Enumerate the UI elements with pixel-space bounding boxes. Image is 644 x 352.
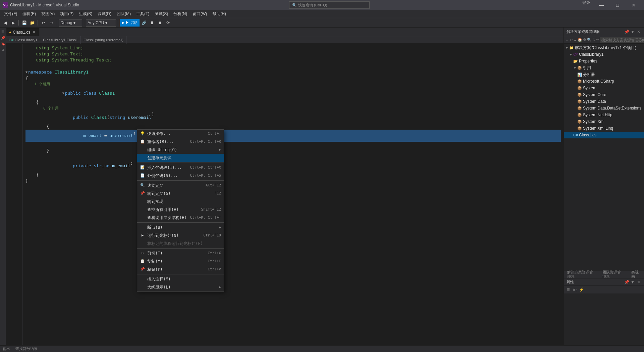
- se-item-analyzer[interactable]: 📊 分析器: [564, 71, 644, 78]
- sidebar-icon-4[interactable]: ⚙: [0, 47, 6, 52]
- ctx-copy[interactable]: 📋 复制(Y) Ctrl+C: [137, 257, 224, 265]
- toolbar-saveall-btn[interactable]: 📁: [29, 19, 36, 27]
- collapse-namespace-icon[interactable]: ▼: [25, 69, 28, 75]
- menu-tools[interactable]: 工具(T): [133, 10, 152, 18]
- menu-file[interactable]: 文件(F): [1, 10, 20, 18]
- toolbar-extra1[interactable]: ⏸: [148, 19, 156, 27]
- ctx-organize-using[interactable]: 组织 Using(O) ▶: [137, 146, 224, 154]
- ctx-create-unit-test[interactable]: 创建单元测试: [137, 154, 224, 162]
- find-results-tab[interactable]: 查找符号结果: [15, 346, 38, 351]
- ctx-goto-impl[interactable]: 转到实现: [137, 197, 224, 206]
- ctx-outlining[interactable]: 大纲显示(L) ▶: [137, 283, 224, 291]
- se-item-solution[interactable]: ▼ 📁 解决方案 'ClassLibrary1'(1 个项目): [564, 44, 644, 51]
- se-search-input[interactable]: [600, 37, 644, 43]
- ctx-breakpoint[interactable]: 断点(B) ▶: [137, 223, 224, 231]
- toolbar-save-btn[interactable]: 💾: [20, 19, 28, 27]
- ctx-find-refs[interactable]: 查找所有引用(A) Shift+F12: [137, 206, 224, 214]
- se-refresh-btn[interactable]: ↩: [570, 37, 573, 43]
- ctx-insert-comment[interactable]: 插入注释(M): [137, 275, 224, 283]
- tab-close-btn[interactable]: ✕: [32, 30, 36, 35]
- ctx-paste[interactable]: 📌 粘贴(P) Ctrl+V: [137, 265, 224, 273]
- sidebar-icon-1[interactable]: ☰: [0, 29, 6, 34]
- menu-test[interactable]: 测试(S): [152, 10, 171, 18]
- panel-pin-btn[interactable]: 📌: [624, 29, 629, 35]
- se-item-system-core[interactable]: 📦 System.Core: [564, 91, 644, 98]
- se-item-system-xml-linq[interactable]: 📦 System.Xml.Linq: [564, 125, 644, 132]
- menu-debug[interactable]: 调试(D): [95, 10, 114, 18]
- se-item-system-dataset[interactable]: 📦 System.Data.DataSetExtensions: [564, 105, 644, 112]
- nav-namespace[interactable]: C# ClassLibrary1: [6, 36, 40, 44]
- se-sync-btn[interactable]: ↔: [565, 37, 569, 43]
- se-home-btn[interactable]: 🏠: [578, 37, 582, 43]
- ctx-surround-with[interactable]: 📄 外侧代码(S)... Ctrl+K, Ctrl+S: [137, 172, 224, 180]
- tab-class1cs[interactable]: ● Class1.cs ✕: [6, 28, 39, 36]
- menu-build[interactable]: 生成(B): [76, 10, 95, 18]
- se-item-properties[interactable]: 📂 Properties: [564, 58, 644, 64]
- minimize-button[interactable]: —: [594, 0, 609, 10]
- se-settings-btn[interactable]: ⚙: [583, 37, 586, 43]
- se-item-system[interactable]: 📦 System: [564, 85, 644, 91]
- menu-edit[interactable]: 编辑(E): [20, 10, 39, 18]
- nav-member[interactable]: Class1(string useremail): [81, 36, 126, 44]
- menu-window[interactable]: 窗口(W): [190, 10, 210, 18]
- toolbar-redo-btn[interactable]: ↪: [48, 19, 55, 27]
- ctx-quick-actions[interactable]: 💡 快速操作... Ctrl+.: [137, 130, 224, 138]
- props-events-btn[interactable]: ⚡: [579, 287, 585, 293]
- ctx-run-to-cursor[interactable]: ▶ 运行到光标处(N) Ctrl+F10: [137, 231, 224, 239]
- se-item-project[interactable]: ▼ C# ClassLibrary1: [564, 51, 644, 58]
- toolbar-back-btn[interactable]: ◀: [1, 19, 9, 27]
- maximize-button[interactable]: □: [610, 0, 625, 10]
- se-item-system-data[interactable]: 📦 System.Data: [564, 98, 644, 105]
- ctx-cut[interactable]: ✂ 剪切(T) Ctrl+X: [137, 249, 224, 257]
- props-close-btn[interactable]: ✕: [636, 279, 641, 285]
- collapse-class-icon[interactable]: ▼: [62, 90, 64, 96]
- menu-view[interactable]: 视图(V): [39, 10, 57, 18]
- ctx-insert-snippet[interactable]: 📝 插入代码段(I)... Ctrl+K, Ctrl+X: [137, 164, 224, 172]
- login-button[interactable]: 登录: [580, 0, 593, 10]
- toolbar-forward-btn[interactable]: ▶: [9, 19, 17, 27]
- se-collapse-btn[interactable]: ▲: [573, 37, 577, 43]
- ctx-call-hierarchy[interactable]: 查看调用层次结构(H) Ctrl+K, Ctrl+T: [137, 214, 224, 222]
- props-arrow-btn[interactable]: ▼: [630, 279, 635, 285]
- ctx-rename[interactable]: 📋 重命名(R)... Ctrl+R, Ctrl+R: [137, 138, 224, 146]
- se-item-references[interactable]: ▼ 📦 引用: [564, 64, 644, 71]
- se-item-microsoft-csharp[interactable]: 📦 Microsoft.CSharp: [564, 78, 644, 85]
- code-content[interactable]: using System.Linq; using System.Text; us…: [23, 44, 564, 345]
- ctx-goto-definition[interactable]: 📌 转到定义(G) F12: [137, 189, 224, 197]
- close-button[interactable]: ✕: [626, 0, 641, 10]
- sidebar-icon-2[interactable]: 📌: [0, 35, 6, 40]
- toolbar-undo-btn[interactable]: ↩: [40, 19, 47, 27]
- output-tab[interactable]: 输出: [3, 346, 10, 351]
- solution-expand-arrow: ▼: [565, 46, 569, 50]
- panel-close-btn[interactable]: ✕: [636, 29, 641, 35]
- menu-help[interactable]: 帮助(H): [210, 10, 229, 18]
- props-pin-btn[interactable]: 📌: [624, 279, 629, 285]
- nav-class[interactable]: ClassLibrary1.Class1: [40, 36, 81, 44]
- panel-arrow-btn[interactable]: ▼: [630, 29, 635, 35]
- se-extra3[interactable]: ✏: [596, 37, 599, 43]
- se-item-class1cs[interactable]: C# Class1.cs: [564, 132, 644, 138]
- se-item-system-xml[interactable]: 📦 System.Xml: [564, 118, 644, 125]
- ctx-run-cursor-label: 运行到光标处(N): [147, 232, 201, 238]
- props-categories-btn[interactable]: ☰: [565, 287, 571, 293]
- main-layout: ☰ 📌 🔖 ⚙ ● Class1.cs ✕ C# ClassLibrary1 C…: [0, 28, 644, 345]
- nav-class-icon: C#: [9, 38, 13, 42]
- toolbar-extra3[interactable]: ⟳: [164, 19, 172, 27]
- se-item-system-net[interactable]: 📦 System.Net.Http: [564, 112, 644, 118]
- menu-analyze[interactable]: 分析(N): [171, 10, 190, 18]
- references-expand-arrow: ▼: [573, 66, 577, 70]
- menu-project[interactable]: 项目(P): [57, 10, 76, 18]
- se-extra1[interactable]: 🔍: [587, 37, 592, 43]
- menu-team[interactable]: 团队(M): [114, 10, 133, 18]
- props-alpha-btn[interactable]: A↕: [572, 287, 578, 293]
- platform-dropdown[interactable]: Any CPU ▾: [86, 19, 116, 27]
- ctx-peek-definition[interactable]: 🔍 速览定义 Alt+F12: [137, 181, 224, 189]
- ref-icon-3: 📦: [577, 93, 582, 97]
- start-debug-btn[interactable]: ▶ ▶ 启动: [120, 19, 140, 27]
- se-extra2[interactable]: ⊕: [592, 37, 595, 43]
- sidebar-icon-3[interactable]: 🔖: [0, 41, 6, 46]
- toolbar-attach-btn[interactable]: 🔗: [140, 19, 148, 27]
- build-config-dropdown[interactable]: Debug ▾: [59, 19, 82, 27]
- toolbar-extra2[interactable]: ⏹: [156, 19, 164, 27]
- code-line-ref: 1 个引用: [25, 81, 561, 87]
